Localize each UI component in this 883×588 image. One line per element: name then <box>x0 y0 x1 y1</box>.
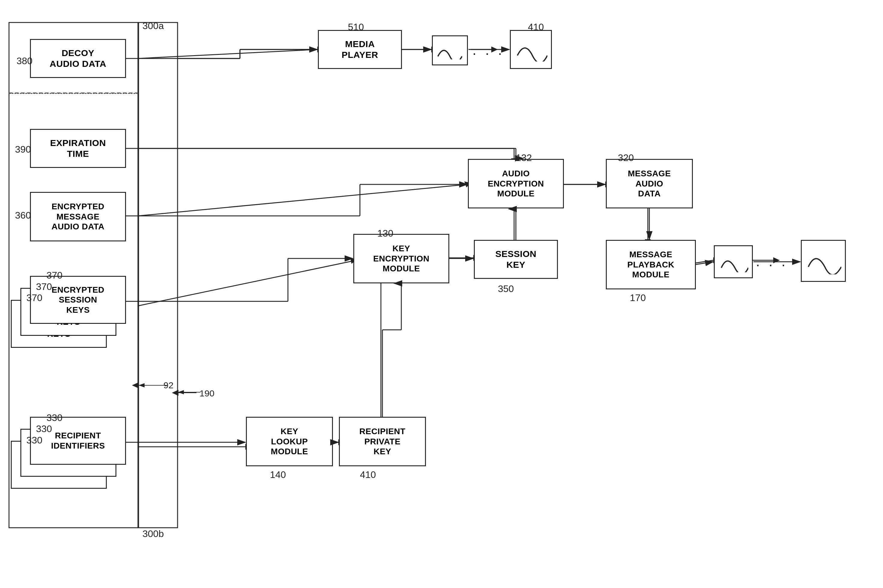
decoy-audio-label: DECOY AUDIO DATA <box>50 48 107 69</box>
encrypted-session-keys-label1: ENCRYPTED SESSION KEYS <box>52 285 104 315</box>
svg-line-14 <box>138 261 353 306</box>
speaker-box-4 <box>801 240 846 282</box>
svg-line-3 <box>138 50 317 58</box>
dots-1: · · · <box>472 45 505 62</box>
key-encryption-box: KEY ENCRYPTION MODULE <box>353 234 449 284</box>
label-170: 170 <box>630 292 646 303</box>
key-lookup-box: KEY LOOKUP MODULE <box>246 417 333 466</box>
message-playback-label: MESSAGE PLAYBACK MODULE <box>628 249 674 280</box>
label-360: 360 <box>15 210 31 221</box>
label-510: 510 <box>348 22 364 33</box>
label-132: 132 <box>516 152 532 164</box>
session-key-label: SESSION KEY <box>496 249 536 270</box>
label-380: 380 <box>17 56 32 67</box>
message-playback-box: MESSAGE PLAYBACK MODULE <box>606 240 696 290</box>
speaker-box-3 <box>714 245 753 278</box>
dashed-divider <box>9 93 138 94</box>
dots-2: · · · <box>756 256 788 273</box>
label-92: 92 <box>164 380 173 390</box>
wavy-icon-2 <box>514 38 547 62</box>
label-130: 130 <box>377 228 393 239</box>
label-330a: 330 <box>47 412 62 423</box>
label-410a: 410 <box>528 22 544 33</box>
svg-marker-37 <box>172 390 179 396</box>
label-330c: 330 <box>26 435 42 446</box>
encrypted-msg-audio-box: ENCRYPTED MESSAGE AUDIO DATA <box>30 192 126 242</box>
label-370b: 370 <box>36 281 52 292</box>
label-370a: 370 <box>47 270 62 281</box>
label-300a: 300a <box>143 20 164 32</box>
encrypted-msg-audio-label: ENCRYPTED MESSAGE AUDIO DATA <box>52 201 105 232</box>
label-330b: 330 <box>36 423 52 435</box>
key-lookup-label: KEY LOOKUP MODULE <box>271 426 308 457</box>
wavy-icon-3 <box>718 251 748 272</box>
recipient-private-key-label: RECIPIENT PRIVATE KEY <box>359 426 405 457</box>
audio-encryption-box: AUDIO ENCRYPTION MODULE <box>468 159 564 208</box>
message-audio-data-label: MESSAGE AUDIO DATA <box>628 168 671 199</box>
decoy-audio-box: DECOY AUDIO DATA <box>30 39 126 78</box>
speaker-box-1 <box>432 35 468 65</box>
label-410b: 410 <box>360 469 376 480</box>
connector-arrows <box>0 0 883 588</box>
label-140: 140 <box>270 469 286 480</box>
expiration-time-box: EXPIRATION TIME <box>30 129 126 168</box>
wavy-icon-1 <box>435 41 465 59</box>
label-390: 390 <box>15 144 31 155</box>
svg-marker-35 <box>132 382 138 388</box>
media-player-label: MEDIA PLAYER <box>342 39 378 60</box>
diagram: DECOY AUDIO DATA 380 EXPIRATION TIME 390… <box>0 0 883 588</box>
key-encryption-label: KEY ENCRYPTION MODULE <box>373 243 429 274</box>
audio-encryption-label: AUDIO ENCRYPTION MODULE <box>488 168 544 199</box>
svg-line-70 <box>696 262 713 264</box>
message-audio-data-box: MESSAGE AUDIO DATA <box>606 159 693 208</box>
label-350: 350 <box>498 284 514 294</box>
label-370c: 370 <box>26 292 42 303</box>
session-key-box: SESSION KEY <box>474 240 558 279</box>
label-320: 320 <box>618 152 634 164</box>
media-player-box: MEDIA PLAYER <box>318 30 402 69</box>
label-300b: 300b <box>143 528 164 539</box>
svg-rect-1 <box>138 22 177 528</box>
recipient-private-key-box: RECIPIENT PRIVATE KEY <box>339 417 426 466</box>
recipient-id-label1: RECIPIENT IDENTIFIERS <box>51 430 105 451</box>
svg-line-12 <box>138 184 467 216</box>
wavy-icon-4 <box>805 248 841 274</box>
speaker-box-2 <box>510 30 552 69</box>
label-190: 190 <box>200 388 215 399</box>
expiration-time-label: EXPIRATION TIME <box>50 138 106 159</box>
diagram-svg <box>0 0 883 588</box>
